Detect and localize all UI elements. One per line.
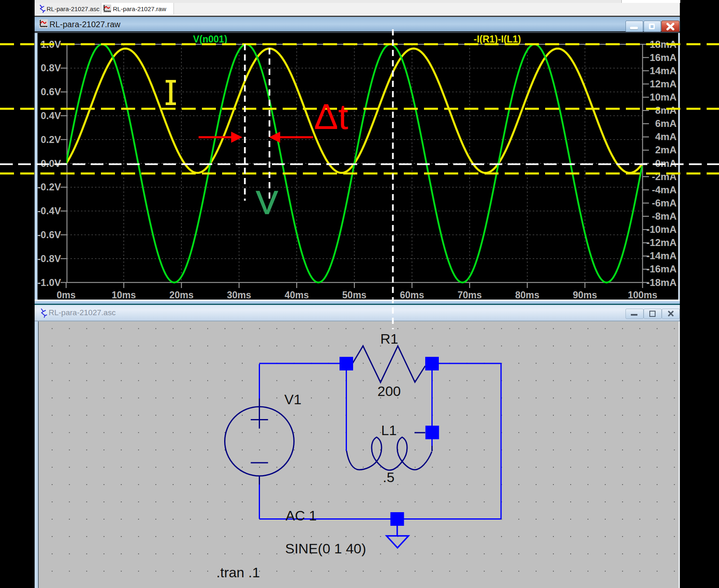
svg-text:V: V: [256, 184, 278, 221]
svg-text:Δt: Δt: [314, 96, 348, 137]
